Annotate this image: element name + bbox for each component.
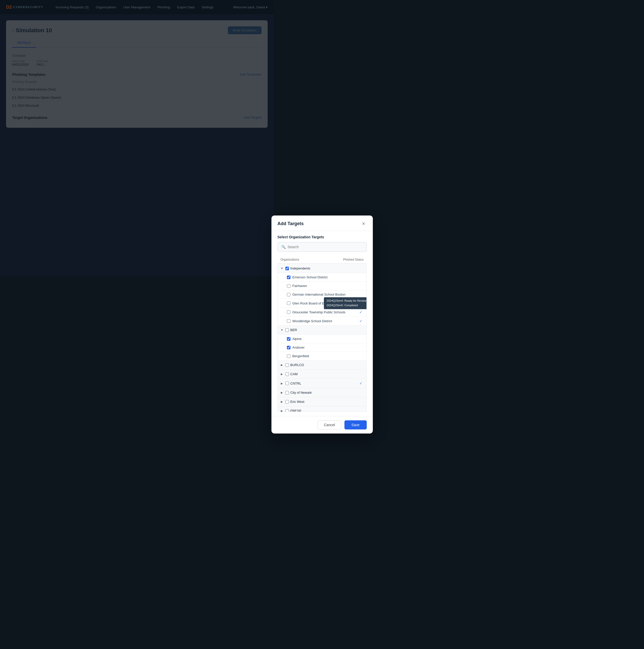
modal-body: Select Organization Targets 🔍 Organizati…: [271, 231, 274, 276]
modal-overlay: Add Targets × Select Organization Target…: [0, 0, 274, 276]
modal-header: Add Targets ×: [271, 215, 274, 231]
add-targets-modal: Add Targets × Select Organization Target…: [271, 215, 274, 276]
